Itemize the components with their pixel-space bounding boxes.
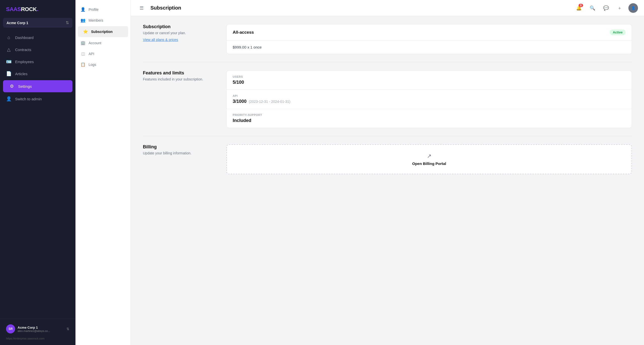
org-chevron-icon: ⇅ <box>66 20 69 25</box>
plan-status-badge: Active <box>610 29 626 35</box>
subscription-heading: Subscription <box>143 24 218 29</box>
features-label: Features and limits Features included in… <box>143 70 218 128</box>
sidebar-item-dashboard[interactable]: ⌂ Dashboard <box>0 32 75 44</box>
sidebar-item-settings[interactable]: ⚙ Settings <box>3 80 72 92</box>
contracts-icon: △ <box>6 47 12 52</box>
settings-sub-nav: 👤 Profile 👥 Members ⭐ Subscription 🏢 Acc… <box>75 0 131 345</box>
user-details: Acme Corp 1 alex.martinez@absys.co... <box>18 326 64 332</box>
chat-icon: 💬 <box>603 5 609 11</box>
divider-1 <box>143 62 632 62</box>
sidebar-label-contracts: Contracts <box>15 48 31 52</box>
sub-nav-label-profile: Profile <box>89 8 99 12</box>
header-actions: 🔔 8 🔍 💬 ＋ 👤 <box>574 3 638 13</box>
nav-items: ⌂ Dashboard △ Contracts 🪪 Employees 📄 Ar… <box>0 30 75 319</box>
subscription-icon: ⭐ <box>83 29 88 34</box>
logo: SAASROCK. <box>0 0 75 18</box>
sub-nav-members[interactable]: 👥 Members <box>75 15 131 26</box>
switch-admin-icon: 👤 <box>6 96 12 102</box>
members-icon: 👥 <box>80 18 86 23</box>
org-switcher[interactable]: Acme Corp 1 ⇅ <box>3 18 72 28</box>
feature-label-api: API <box>233 94 626 97</box>
logo-dot: . <box>37 5 38 13</box>
avatar-initials: SR <box>9 327 13 331</box>
user-info[interactable]: SR Acme Corp 1 alex.martinez@absys.co...… <box>3 322 72 336</box>
content-area: Subscription Update or cancel your plan.… <box>131 16 644 345</box>
subscription-label: Subscription Update or cancel your plan.… <box>143 24 218 54</box>
chat-button[interactable]: 💬 <box>601 3 611 13</box>
add-button[interactable]: ＋ <box>615 3 624 13</box>
notification-badge: 8 <box>579 4 583 7</box>
subscription-description: Update or cancel your plan. <box>143 31 218 35</box>
sub-nav-label-api: API <box>89 52 94 56</box>
notifications-button[interactable]: 🔔 8 <box>574 3 584 13</box>
sidebar-label-articles: Articles <box>15 72 27 76</box>
billing-portal-container: ↗ Open Billing Portal <box>226 144 632 174</box>
avatar: SR <box>6 324 15 333</box>
feature-api-period: (2023-12-31 - 2024-01-31) <box>249 100 290 104</box>
page-title: Subscription <box>150 5 181 11</box>
sidebar-label-employees: Employees <box>15 60 34 64</box>
sub-nav-label-subscription: Subscription <box>91 30 113 34</box>
sidebar-item-contracts[interactable]: △ Contracts <box>0 44 75 56</box>
open-billing-portal-button[interactable]: ↗ Open Billing Portal <box>226 144 632 174</box>
sub-nav-account[interactable]: 🏢 Account <box>75 37 131 48</box>
dashboard-icon: ⌂ <box>6 35 12 40</box>
sidebar-label-dashboard: Dashboard <box>15 35 33 40</box>
sub-nav-label-logs: Logs <box>89 63 96 67</box>
search-button[interactable]: 🔍 <box>588 3 597 13</box>
external-link-icon: ↗ <box>427 153 431 159</box>
billing-portal-label: Open Billing Portal <box>412 161 446 166</box>
feature-value-api: 3/1000 (2023-12-31 - 2024-01-31) <box>233 99 626 104</box>
subscription-section: Subscription Update or cancel your plan.… <box>143 24 632 54</box>
features-section: Features and limits Features included in… <box>143 70 632 128</box>
plus-icon: ＋ <box>617 5 622 11</box>
settings-icon: ⚙ <box>9 83 15 89</box>
search-icon: 🔍 <box>590 5 595 11</box>
sidebar-item-employees[interactable]: 🪪 Employees <box>0 56 75 68</box>
header-left: ☰ Subscription <box>137 3 181 13</box>
feature-row-users: USERS 5/100 <box>227 71 632 90</box>
sub-nav-subscription[interactable]: ⭐ Subscription <box>78 26 128 37</box>
feature-card: USERS 5/100 API 3/1000 (2023-12-31 - 202… <box>226 70 632 128</box>
sub-nav-label-account: Account <box>89 41 101 45</box>
feature-label-users: USERS <box>233 75 626 78</box>
sub-nav-label-members: Members <box>89 18 103 22</box>
sidebar-label-switch-admin: Switch to admin <box>15 97 42 101</box>
sidebar-footer: SR Acme Corp 1 alex.martinez@absys.co...… <box>0 319 75 345</box>
billing-heading: Billing <box>143 144 218 150</box>
billing-description: Update your billing information. <box>143 151 218 155</box>
sidebar: SAASROCK. Acme Corp 1 ⇅ ⌂ Dashboard △ Co… <box>0 0 75 345</box>
billing-label: Billing Update your billing information. <box>143 144 218 174</box>
billing-section: Billing Update your billing information.… <box>143 144 632 174</box>
org-name: Acme Corp 1 <box>7 21 28 25</box>
view-plans-link[interactable]: View all plans & prices <box>143 38 178 42</box>
articles-icon: 📄 <box>6 71 12 76</box>
account-icon: 🏢 <box>80 40 86 45</box>
logs-icon: 📋 <box>80 62 86 67</box>
header: ☰ Subscription 🔔 8 🔍 💬 ＋ 👤 <box>131 0 644 16</box>
hamburger-icon: ☰ <box>140 5 144 11</box>
sub-nav-logs[interactable]: 📋 Logs <box>75 59 131 70</box>
avatar-photo: 👤 <box>631 6 635 10</box>
hamburger-button[interactable]: ☰ <box>137 3 146 13</box>
api-icon: ◫ <box>80 51 86 56</box>
user-name: Acme Corp 1 <box>18 326 64 329</box>
main: ☰ Subscription 🔔 8 🔍 💬 ＋ 👤 <box>131 0 644 345</box>
features-description: Features included in your subscription. <box>143 77 218 81</box>
feature-row-api: API 3/1000 (2023-12-31 - 2024-01-31) <box>227 90 632 109</box>
employees-icon: 🪪 <box>6 59 12 64</box>
feature-row-priority-support: PRIORITY-SUPPORT Included <box>227 109 632 128</box>
plan-header: All-access Active <box>227 24 632 40</box>
sub-nav-profile[interactable]: 👤 Profile <box>75 4 131 15</box>
sidebar-label-settings: Settings <box>18 84 32 89</box>
feature-label-priority-support: PRIORITY-SUPPORT <box>233 113 626 116</box>
user-avatar-header[interactable]: 👤 <box>628 3 638 13</box>
sub-nav-api[interactable]: ◫ API <box>75 48 131 59</box>
plan-card: All-access Active $999.00 x 1 once <box>226 24 632 54</box>
user-email: alex.martinez@absys.co... <box>18 329 64 332</box>
sidebar-item-articles[interactable]: 📄 Articles <box>0 68 75 80</box>
sidebar-item-switch-admin[interactable]: 👤 Switch to admin <box>0 93 75 105</box>
user-chevron-icon: ⇅ <box>66 327 69 331</box>
footer-url: https://enterprise.saasrock.com <box>3 336 72 342</box>
features-heading: Features and limits <box>143 70 218 76</box>
